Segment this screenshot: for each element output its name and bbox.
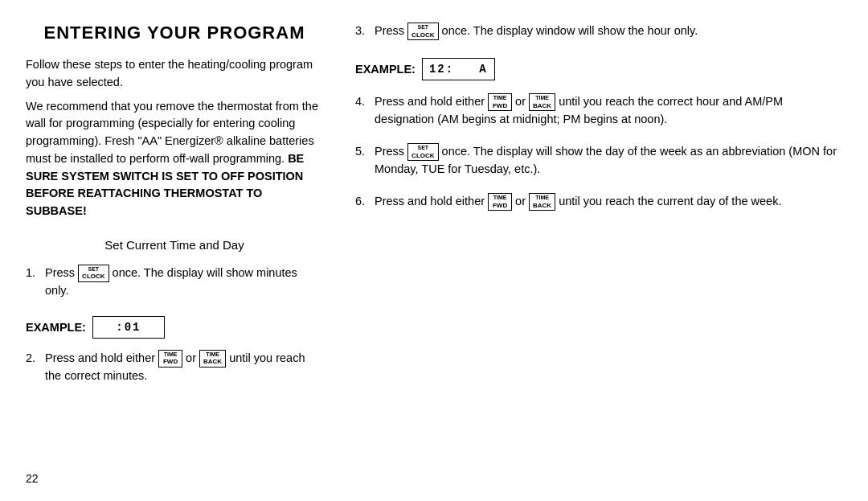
step-6: 6. Press and hold either TIME FWD or TIM… bbox=[355, 193, 842, 211]
step-5-num: 5. bbox=[355, 143, 370, 179]
time-fwd-bottom-3: FWD bbox=[493, 202, 507, 210]
time-back-button-3[interactable]: TIME BACK bbox=[529, 193, 555, 211]
step-6-num: 6. bbox=[355, 193, 370, 211]
time-back-top-1: TIME bbox=[206, 351, 219, 358]
step-2-or: or bbox=[186, 351, 199, 364]
step-2: 2. Press and hold either TIME FWD or TIM… bbox=[26, 350, 323, 385]
step-3-text-before: Press bbox=[375, 24, 404, 37]
set-clock-button-2[interactable]: SET CLOCK bbox=[407, 23, 438, 40]
step-4-or: or bbox=[515, 95, 529, 108]
example-2-label: EXAMPLE: bbox=[355, 63, 416, 76]
time-fwd-top-3: TIME bbox=[493, 195, 507, 201]
time-fwd-top-2: TIME bbox=[493, 95, 507, 101]
time-back-bottom-2: BACK bbox=[533, 102, 551, 110]
lcd-display-1: :01 bbox=[92, 316, 165, 339]
step-2-content: Press and hold either TIME FWD or TIME B… bbox=[45, 350, 323, 385]
lcd-text-1: :01 bbox=[116, 321, 141, 334]
time-fwd-button-2[interactable]: TIME FWD bbox=[488, 93, 512, 111]
step-1-content: Press SET CLOCK once. The display will s… bbox=[45, 265, 323, 300]
time-back-button-2[interactable]: TIME BACK bbox=[529, 93, 555, 111]
time-fwd-button-1[interactable]: TIME FWD bbox=[158, 350, 182, 368]
step-5-text-before: Press bbox=[375, 145, 404, 158]
step-3-text-after: once. The display window will show the h… bbox=[442, 24, 698, 37]
set-clock-bottom-label-3: CLOCK bbox=[411, 152, 434, 160]
set-clock-top-label-2: SET bbox=[418, 24, 429, 31]
time-back-bottom-3: BACK bbox=[533, 202, 551, 210]
step-5-text-after: once. The display will show the day of t… bbox=[375, 145, 837, 175]
page-number: 22 bbox=[26, 472, 323, 485]
step-2-num: 2. bbox=[26, 350, 40, 385]
set-clock-button-3[interactable]: SET CLOCK bbox=[407, 143, 438, 161]
step-1: 1. Press SET CLOCK once. The display wil… bbox=[26, 265, 323, 300]
lcd-text-2: 12: A bbox=[429, 63, 488, 76]
example-1-label: EXAMPLE: bbox=[26, 321, 86, 334]
step-6-text-after: until you reach the current day of the w… bbox=[559, 195, 781, 207]
step-4-num: 4. bbox=[355, 93, 370, 129]
time-back-top-3: TIME bbox=[535, 195, 549, 201]
step-3-num: 3. bbox=[355, 23, 370, 40]
lcd-display-2: 12: A bbox=[422, 58, 495, 80]
step-6-text-before: Press and hold either bbox=[375, 195, 485, 207]
set-clock-top-label-1: SET bbox=[88, 266, 100, 273]
left-column: ENTERING YOUR PROGRAM Follow these steps… bbox=[26, 23, 323, 485]
step-4: 4. Press and hold either TIME FWD or TIM… bbox=[355, 93, 842, 129]
intro-paragraph-2: We recommend that you remove the thermos… bbox=[26, 98, 323, 220]
time-fwd-top-1: TIME bbox=[164, 351, 178, 358]
set-clock-top-label-3: SET bbox=[418, 145, 429, 151]
step-2-text-before: Press and hold either bbox=[45, 351, 155, 364]
time-back-bottom-1: BACK bbox=[203, 358, 222, 366]
step-6-content: Press and hold either TIME FWD or TIME B… bbox=[375, 193, 842, 211]
section-title: Set Current Time and Day bbox=[26, 238, 323, 252]
time-back-button-1[interactable]: TIME BACK bbox=[199, 350, 226, 368]
right-column: 3. Press SET CLOCK once. The display win… bbox=[347, 23, 842, 485]
step-4-text-before: Press and hold either bbox=[375, 95, 485, 108]
intro-paragraph-1: Follow these steps to enter the heating/… bbox=[26, 56, 323, 92]
step-5: 5. Press SET CLOCK once. The display wil… bbox=[355, 143, 842, 179]
page: ENTERING YOUR PROGRAM Follow these steps… bbox=[0, 0, 868, 501]
example-1-row: EXAMPLE: :01 bbox=[26, 316, 323, 339]
time-back-top-2: TIME bbox=[535, 95, 549, 101]
step-5-content: Press SET CLOCK once. The display will s… bbox=[375, 143, 842, 179]
time-fwd-bottom-1: FWD bbox=[163, 358, 178, 366]
time-fwd-button-3[interactable]: TIME FWD bbox=[488, 193, 512, 211]
set-clock-bottom-label-1: CLOCK bbox=[82, 273, 104, 281]
step-6-or: or bbox=[515, 195, 529, 207]
example-2-row: EXAMPLE: 12: A bbox=[355, 58, 842, 80]
step-4-content: Press and hold either TIME FWD or TIME B… bbox=[375, 93, 842, 129]
step-1-num: 1. bbox=[26, 265, 40, 300]
intro-text: Follow these steps to enter the heating/… bbox=[26, 56, 323, 227]
time-fwd-bottom-2: FWD bbox=[493, 102, 507, 110]
step-3: 3. Press SET CLOCK once. The display win… bbox=[355, 23, 842, 40]
set-clock-button-1[interactable]: SET CLOCK bbox=[78, 265, 108, 282]
step-1-text-before: Press bbox=[45, 266, 75, 279]
step-3-content: Press SET CLOCK once. The display window… bbox=[375, 23, 842, 40]
page-title: ENTERING YOUR PROGRAM bbox=[26, 23, 323, 43]
set-clock-bottom-label-2: CLOCK bbox=[411, 31, 434, 39]
